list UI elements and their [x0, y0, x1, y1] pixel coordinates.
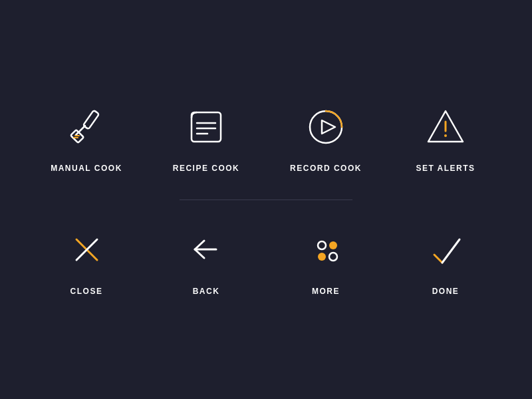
set-alerts-icon	[422, 104, 469, 150]
top-row: MANUAL COOK RECIPE COOK	[20, 104, 512, 173]
done-item[interactable]: DONE	[406, 227, 485, 296]
svg-line-22	[442, 239, 460, 263]
svg-marker-10	[322, 120, 335, 134]
back-label: BACK	[193, 287, 220, 296]
done-label: DONE	[432, 287, 460, 296]
svg-rect-5	[192, 112, 221, 142]
svg-point-13	[444, 134, 447, 137]
svg-point-17	[318, 241, 326, 249]
close-item[interactable]: CLOSE	[47, 227, 126, 296]
svg-point-20	[329, 253, 337, 261]
more-icon	[303, 227, 349, 273]
manual-cook-item[interactable]: MANUAL COOK	[47, 104, 126, 173]
set-alerts-item[interactable]: SET ALERTS	[406, 104, 485, 173]
set-alerts-label: SET ALERTS	[416, 164, 475, 173]
recipe-cook-icon	[183, 104, 229, 150]
svg-point-19	[318, 253, 326, 261]
manual-cook-label: MANUAL COOK	[51, 164, 122, 173]
back-icon	[183, 227, 229, 273]
recipe-cook-label: RECIPE COOK	[173, 164, 240, 173]
close-icon	[63, 227, 110, 273]
svg-line-21	[434, 255, 442, 263]
svg-point-18	[329, 241, 337, 249]
record-cook-label: RECORD COOK	[290, 164, 362, 173]
more-item[interactable]: MORE	[286, 227, 366, 296]
recipe-cook-item[interactable]: RECIPE COOK	[166, 104, 246, 173]
done-icon	[422, 227, 469, 273]
record-cook-icon	[303, 104, 349, 150]
more-label: MORE	[312, 287, 340, 296]
section-divider	[180, 200, 352, 200]
record-cook-item[interactable]: RECORD COOK	[286, 104, 366, 173]
close-label: CLOSE	[70, 287, 103, 296]
back-item[interactable]: BACK	[166, 227, 246, 296]
bottom-row: CLOSE BACK	[20, 227, 512, 296]
manual-cook-icon	[63, 104, 110, 150]
main-grid: MANUAL COOK RECIPE COOK	[0, 104, 532, 296]
